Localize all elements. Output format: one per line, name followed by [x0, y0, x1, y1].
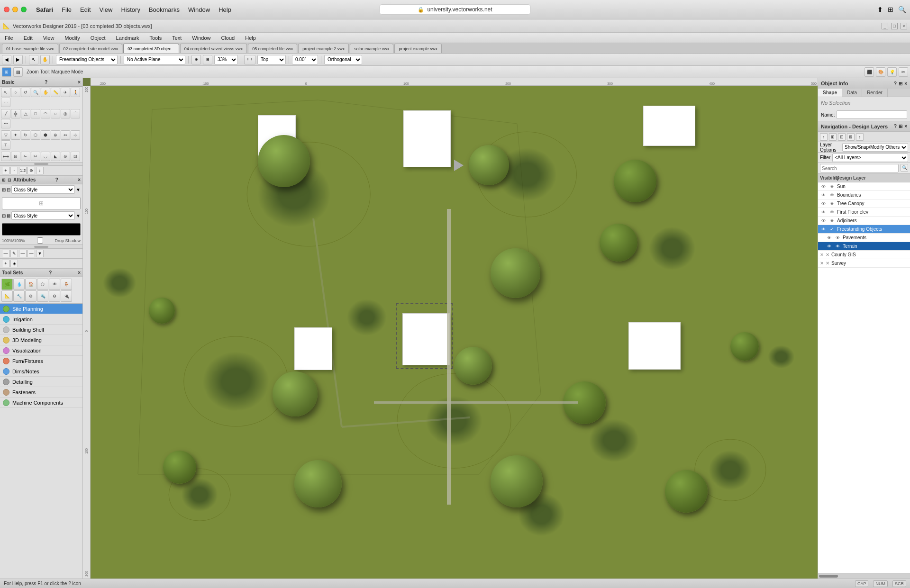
- forward-btn[interactable]: ▶: [13, 55, 23, 64]
- app-menu-tools[interactable]: Tools: [147, 34, 164, 42]
- trim-tool[interactable]: ✂: [31, 152, 40, 161]
- zoom-select[interactable]: 33%: [214, 55, 238, 64]
- toolsets-close[interactable]: ×: [78, 270, 81, 275]
- misc-btn-1[interactable]: +: [2, 260, 9, 267]
- nav-search-btn[interactable]: 🔍: [901, 164, 908, 172]
- menu-view[interactable]: View: [100, 6, 113, 13]
- measure-tool[interactable]: 📏: [51, 88, 60, 97]
- fly-tool[interactable]: ✈: [61, 88, 70, 97]
- maximize-button[interactable]: [21, 7, 27, 12]
- mac-traffic-lights[interactable]: [4, 7, 27, 12]
- ts-icon-10[interactable]: 🔩: [37, 290, 48, 302]
- doc-tab-8[interactable]: project example.vwx: [394, 44, 442, 53]
- tool-scroll[interactable]: [0, 162, 82, 166]
- app-minimize-btn[interactable]: _: [882, 23, 888, 29]
- tab-shape[interactable]: Shape: [818, 89, 842, 97]
- toolset-detailing[interactable]: Detailing: [0, 377, 82, 387]
- doc-tab-2[interactable]: 02 completed site model.vwx: [59, 44, 123, 53]
- doc-tabs[interactable]: 01 base example file.vwx 02 completed si…: [0, 43, 910, 54]
- tools-panel-close[interactable]: ×: [78, 80, 81, 85]
- lighting-btn[interactable]: 💡: [887, 67, 897, 77]
- menu-safari[interactable]: Safari: [36, 6, 53, 13]
- nav-btn-4[interactable]: ⊠: [847, 133, 855, 141]
- app-menu-object[interactable]: Object: [89, 34, 108, 42]
- mac-menu[interactable]: Safari File Edit View History Bookmarks …: [36, 6, 231, 13]
- ts-icon-6[interactable]: 🪑: [61, 279, 72, 290]
- offset-tool[interactable]: ⊜: [61, 152, 70, 161]
- mirror-tool[interactable]: ⇔: [61, 130, 70, 140]
- layer-pavements[interactable]: 👁 👁 Pavements: [818, 234, 910, 242]
- arc-tool[interactable]: ◠: [41, 109, 50, 118]
- line-tool[interactable]: ╱: [1, 109, 10, 118]
- app-close-btn[interactable]: ×: [901, 23, 907, 29]
- toolset-irrigation[interactable]: Irrigation: [0, 314, 82, 325]
- ellipse-tool[interactable]: ◎: [61, 109, 70, 118]
- drop-shadow-check[interactable]: [37, 237, 43, 244]
- layer-select[interactable]: Freestanding Objects: [56, 55, 118, 64]
- sweep-tool[interactable]: ↻: [21, 130, 30, 140]
- mac-toolbar-icons[interactable]: ⬆ ⊞ 🔍: [877, 6, 906, 13]
- view-select[interactable]: Top: [257, 55, 286, 64]
- doc-tab-5[interactable]: 05 completed file.vwx: [248, 44, 297, 53]
- attributes-close[interactable]: ×: [78, 177, 81, 182]
- rotate-tool[interactable]: ↺: [21, 88, 30, 97]
- viewport[interactable]: -200-1000100200300400500 200 100 0 -100 …: [83, 78, 818, 579]
- layer-county-gis[interactable]: ✕ ✕ County GIS: [818, 251, 910, 259]
- filter-select[interactable]: <All Layers>: [832, 154, 908, 162]
- search-icon[interactable]: 🔍: [898, 6, 906, 13]
- stroke-chevron[interactable]: ▼: [76, 213, 81, 218]
- tab-data[interactable]: Data: [842, 89, 862, 97]
- fillet-tool[interactable]: ◡: [41, 152, 50, 161]
- ts-icon-2[interactable]: 💧: [13, 279, 25, 290]
- layer-tree-canopy[interactable]: 👁 👁 Tree Canopy: [818, 199, 910, 208]
- lasso-tool[interactable]: ○: [11, 88, 20, 97]
- nav-help[interactable]: ?: [894, 124, 897, 129]
- view-options-btn[interactable]: ⋮⋮: [244, 55, 255, 64]
- ts-icon-8[interactable]: 🔧: [13, 290, 25, 302]
- attr-btn-2[interactable]: ✎: [10, 250, 18, 257]
- model-btn[interactable]: 🎨: [876, 67, 885, 77]
- constraint-btn-2[interactable]: -: [10, 167, 18, 174]
- menu-history[interactable]: History: [121, 6, 140, 13]
- doc-tab-4[interactable]: 04 completed saved views.vwx: [180, 44, 247, 53]
- nav-panel-controls[interactable]: ? ⊞ ×: [894, 124, 907, 129]
- ts-icon-9[interactable]: ⚙: [25, 290, 36, 302]
- text-tool[interactable]: T: [1, 140, 10, 150]
- circle-tool[interactable]: ○: [51, 109, 60, 118]
- minimize-button[interactable]: [12, 7, 18, 12]
- object-info-controls[interactable]: ? ⊞ ×: [894, 81, 907, 86]
- dim-tool[interactable]: ⟷: [1, 152, 10, 161]
- toolset-dims-notes[interactable]: Dims/Notes: [0, 366, 82, 377]
- menu-file[interactable]: File: [62, 6, 72, 13]
- attr-btn-4[interactable]: —: [27, 250, 35, 257]
- constraint-btn-4[interactable]: ⊕: [27, 167, 35, 174]
- cursor-crosshair[interactable]: [374, 367, 379, 371]
- layer-freestanding[interactable]: 👁 ✓ Freestanding Objects: [818, 225, 910, 234]
- nav-close[interactable]: ×: [904, 124, 907, 129]
- array-tool[interactable]: ⊡: [71, 152, 80, 161]
- doc-tab-3[interactable]: 03 completed 3D objec...: [123, 44, 179, 53]
- ts-icon-7[interactable]: 📐: [1, 290, 13, 302]
- attributes-help[interactable]: ?: [55, 177, 58, 182]
- address-bar[interactable]: 🔒 university.vectorworks.net: [379, 4, 531, 15]
- layer-list[interactable]: Visibility Design Layer 👁 👁 Sun 👁 👁 Boun…: [818, 174, 910, 573]
- clip-tool[interactable]: ✁: [21, 152, 30, 161]
- projection-select[interactable]: Orthogonal: [324, 55, 362, 64]
- chamfer-tool[interactable]: ◣: [51, 152, 60, 161]
- move-3d-tool[interactable]: ⊕: [51, 130, 60, 140]
- attr-btn-3[interactable]: —: [19, 250, 27, 257]
- app-menu-edit[interactable]: Edit: [22, 34, 35, 42]
- app-window-controls[interactable]: _ □ ×: [882, 23, 907, 29]
- menu-edit[interactable]: Edit: [80, 6, 91, 13]
- app-menubar[interactable]: File Edit View Modify Object Landmark To…: [0, 33, 910, 43]
- viewport-canvas[interactable]: [91, 86, 818, 579]
- ts-icon-5[interactable]: 👁: [49, 279, 60, 290]
- layer-terrain[interactable]: 👁 👁 Terrain: [818, 242, 910, 251]
- app-menu-landmark[interactable]: Landmark: [114, 34, 141, 42]
- toolset-building-shell[interactable]: Building Shell: [0, 325, 82, 335]
- obj-info-close[interactable]: ×: [904, 81, 907, 86]
- app-menu-file[interactable]: File: [3, 34, 15, 42]
- misc-btn-2[interactable]: ◈: [10, 260, 18, 267]
- nav-btn-3[interactable]: ⊡: [838, 133, 846, 141]
- layer-first-floor[interactable]: 👁 👁 First Floor elev: [818, 208, 910, 217]
